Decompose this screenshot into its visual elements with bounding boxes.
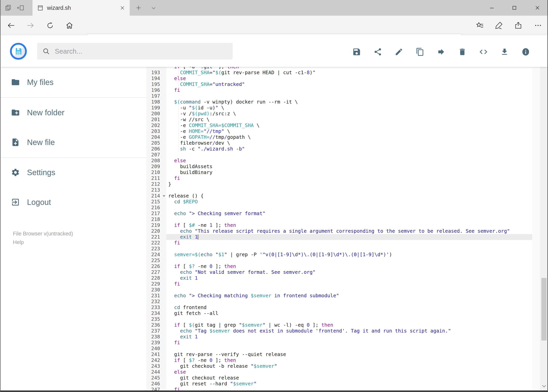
- code-line-text[interactable]: echo "This release script requires a sin…: [166, 228, 532, 234]
- code-line-text[interactable]: echo "> Checking semver format": [166, 210, 532, 217]
- code-line-text[interactable]: git checkout release: [166, 375, 532, 381]
- code-line[interactable]: 244 else: [146, 369, 540, 375]
- share-file-button[interactable]: [373, 47, 383, 57]
- rename-button[interactable]: [394, 47, 404, 57]
- minimize-button[interactable]: [484, 3, 500, 13]
- code-line-text[interactable]: COMMIT_SHA="untracked": [166, 81, 532, 87]
- code-line[interactable]: 227 echo "Not valid semver format. See s…: [146, 269, 540, 275]
- code-line[interactable]: 229 fi: [146, 281, 540, 287]
- home-button[interactable]: [65, 21, 74, 30]
- code-line-text[interactable]: -u "$(id -u)" \: [166, 105, 532, 111]
- code-line[interactable]: 220 echo "This release script requires a…: [146, 228, 540, 234]
- code-line[interactable]: 212}: [146, 181, 540, 187]
- code-line[interactable]: 203 -e HOME="//tmp" \: [146, 128, 540, 134]
- code-line[interactable]: 224 semver=$(echo "$1" | grep -P '^v(0|[…: [146, 252, 540, 258]
- search-bar[interactable]: [37, 43, 233, 59]
- back-button[interactable]: [7, 21, 15, 30]
- code-line[interactable]: 216: [146, 205, 540, 210]
- code-line[interactable]: 222 fi: [146, 240, 540, 246]
- code-line-text[interactable]: [166, 205, 532, 210]
- code-line[interactable]: 217 echo "> Checking semver format": [146, 210, 540, 217]
- code-line[interactable]: 197: [146, 93, 540, 99]
- share-button[interactable]: [514, 21, 523, 30]
- code-line[interactable]: 215 cd $REPO: [146, 199, 540, 205]
- code-line[interactable]: 206 sh -c "./wizard.sh -b": [146, 146, 540, 152]
- code-line[interactable]: 223: [146, 246, 540, 252]
- source-code-button[interactable]: [478, 47, 489, 57]
- code-line-text[interactable]: git reset --hard "$semver": [166, 381, 532, 387]
- code-line[interactable]: 198 $(command -v winpty) docker run --rm…: [146, 99, 540, 105]
- code-line[interactable]: 226 if [ $? -ne 0 ]; then: [146, 263, 540, 269]
- delete-button[interactable]: [457, 47, 468, 57]
- code-line-text[interactable]: else: [166, 369, 532, 375]
- code-line[interactable]: 221 exit 1: [146, 234, 540, 240]
- code-line[interactable]: 199 -u "$(id -u)" \: [146, 105, 540, 111]
- code-line[interactable]: 232: [146, 299, 540, 305]
- code-line[interactable]: 240: [146, 346, 540, 351]
- code-line[interactable]: 235: [146, 316, 540, 322]
- code-line[interactable]: 208 else: [146, 158, 540, 164]
- sidebar-item-settings[interactable]: Settings: [11, 167, 55, 178]
- code-line-text[interactable]: echo "> Checking matching $semver in fro…: [166, 293, 532, 299]
- app-logo[interactable]: [10, 43, 27, 60]
- code-line[interactable]: 219 if [ $# -ne 1 ]; then: [146, 222, 540, 228]
- code-line-text[interactable]: -e GOPATH=//tmp/gopath \: [166, 134, 532, 140]
- code-line[interactable]: 241 git rev-parse --verify --quiet relea…: [146, 351, 540, 357]
- code-line-text[interactable]: fi: [166, 87, 532, 93]
- code-line[interactable]: 195 COMMIT_SHA="untracked": [146, 81, 540, 87]
- sidebar-item-logout[interactable]: Logout: [11, 196, 51, 208]
- code-line-text[interactable]: echo "Not valid semver format. See semve…: [166, 269, 532, 275]
- code-line-text[interactable]: exit 1: [166, 234, 532, 240]
- code-line[interactable]: 218: [146, 217, 540, 222]
- code-line-text[interactable]: if [ $(git tag | grep "$semver" | wc -l)…: [166, 322, 532, 328]
- code-line-text[interactable]: [166, 93, 532, 99]
- code-line[interactable]: 211 fi: [146, 175, 540, 181]
- code-line-text[interactable]: COMMIT_SHA="$(git rev-parse HEAD | cut -…: [166, 70, 532, 76]
- code-line[interactable]: 233 cd frontend: [146, 305, 540, 310]
- code-line-text[interactable]: exit 1: [166, 334, 532, 340]
- code-line-text[interactable]: if [ $? -ne 0 ]; then: [166, 263, 532, 269]
- tab-list-dropdown-button[interactable]: [150, 5, 158, 11]
- code-line-text[interactable]: else: [166, 158, 532, 164]
- code-line[interactable]: 225: [146, 258, 540, 263]
- code-line[interactable]: 231 echo "> Checking matching $semver in…: [146, 293, 540, 299]
- code-line[interactable]: 243 git checkout -b release "$semver": [146, 363, 540, 369]
- code-line[interactable]: 196 fi: [146, 87, 540, 93]
- code-line[interactable]: 209 buildAssets: [146, 164, 540, 169]
- tab-preview-button[interactable]: [4, 3, 13, 13]
- code-line-text[interactable]: echo "Tag $semver does not exist in subm…: [166, 328, 532, 334]
- sidebar-item-new-file[interactable]: New file: [11, 136, 55, 148]
- code-line-text[interactable]: cd $REPO: [166, 199, 532, 205]
- code-line[interactable]: 238 exit 1: [146, 334, 540, 340]
- sidebar-item-new-folder[interactable]: New folder: [11, 107, 64, 119]
- code-line-text[interactable]: fi: [166, 387, 532, 391]
- code-line[interactable]: 246 git reset --hard "$semver": [146, 381, 540, 387]
- code-line[interactable]: 237 echo "Tag $semver does not exist in …: [146, 328, 540, 334]
- code-line[interactable]: 204 -e GOPATH=//tmp/gopath \: [146, 134, 540, 140]
- code-line[interactable]: 230: [146, 287, 540, 293]
- code-line-text[interactable]: filebrowser/dev \: [166, 140, 532, 146]
- code-line-text[interactable]: semver=$(echo "$1" | grep -P '^v(0|[1-9]…: [166, 252, 532, 258]
- code-line[interactable]: 228 exit 1: [146, 275, 540, 281]
- code-line[interactable]: 201 -w //src \: [146, 117, 540, 123]
- code-line[interactable]: 239 fi: [146, 340, 540, 346]
- code-line-text[interactable]: -e HOME="//tmp" \: [166, 128, 532, 134]
- fold-arrow-icon[interactable]: [163, 195, 165, 198]
- forward-button[interactable]: [26, 21, 35, 30]
- code-line[interactable]: 202 -e COMMIT_SHA=$COMMIT_SHA \: [146, 123, 540, 128]
- maximize-button[interactable]: [506, 3, 522, 13]
- code-line[interactable]: 200 -v /$(pwd):/src:z \: [146, 111, 540, 117]
- code-line[interactable]: 236 if [ $(git tag | grep "$semver" | wc…: [146, 322, 540, 328]
- code-line-text[interactable]: exit 1: [166, 275, 532, 281]
- code-line-text[interactable]: if [ $? -ne 0 ]; then: [166, 357, 532, 363]
- code-line[interactable]: 245 git checkout release: [146, 375, 540, 381]
- code-line-text[interactable]: [166, 299, 532, 305]
- code-line-text[interactable]: }: [166, 181, 532, 187]
- copy-button[interactable]: [415, 47, 425, 57]
- close-window-button[interactable]: [530, 3, 545, 13]
- new-tab-button[interactable]: [134, 4, 143, 12]
- scrollbar-thumb[interactable]: [541, 278, 547, 341]
- code-line[interactable]: 193 COMMIT_SHA="$(git rev-parse HEAD | c…: [146, 70, 540, 76]
- code-line[interactable]: 210 buildBinary: [146, 169, 540, 175]
- tab-close-icon[interactable]: [120, 5, 125, 11]
